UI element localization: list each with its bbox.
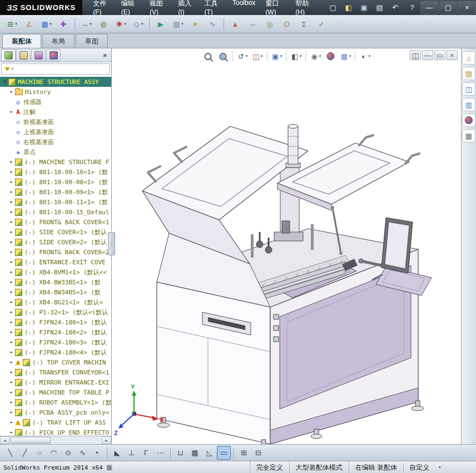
expand-caret-icon[interactable]: ►: [9, 390, 14, 395]
expand-caret-icon[interactable]: ►: [9, 400, 14, 405]
doc-restore-button[interactable]: ▭: [434, 50, 445, 60]
reference-geometry-button[interactable]: ◇▾: [130, 16, 146, 32]
3d-model[interactable]: X Y Z: [112, 48, 461, 444]
tree-item[interactable]: ►(-) ROBOT ASEMBLY<1> (默: [0, 397, 111, 407]
tangent-arc-button[interactable]: ◠: [47, 446, 61, 460]
polygon-button[interactable]: ◺: [202, 446, 216, 460]
tree-item[interactable]: ►(-) 801-10-00-08<1> (默: [0, 177, 111, 187]
scroll-right-button[interactable]: ►: [102, 436, 111, 444]
expand-caret-icon[interactable]: ►: [9, 90, 14, 94]
scroll-thumb[interactable]: [11, 437, 51, 444]
filter-input[interactable]: [14, 64, 110, 74]
expand-caret-icon[interactable]: ►: [9, 270, 14, 274]
mass-properties-button[interactable]: Σ: [296, 16, 313, 32]
expand-panel-button[interactable]: »: [100, 51, 110, 59]
minimize-window-button[interactable]: —: [420, 1, 438, 14]
display-relations-button[interactable]: ⊟: [251, 446, 265, 460]
mate-button[interactable]: ∠: [21, 16, 37, 32]
tree-item[interactable]: ►(-) XB4-BW33B5<1> (默: [0, 277, 111, 287]
tree-item[interactable]: ►(-) MACHINE STRUCTURE F: [0, 157, 111, 167]
tree-item[interactable]: ►(-) ENTRANCE-EXIT COVE: [0, 257, 111, 267]
tree-item[interactable]: ►(-) SIDE COVER<1> (默认: [0, 227, 111, 237]
tree-item[interactable]: ►(-) P1-32<1> (默认<(默认: [0, 307, 111, 317]
signal-tower[interactable]: [286, 125, 300, 168]
tree-item[interactable]: ►(-) PCBA ASSY_pcb only<: [0, 407, 111, 417]
previous-view-button[interactable]: ↺▾: [235, 50, 250, 63]
maximize-window-button[interactable]: ▢: [439, 1, 457, 14]
show-hidden-components-button[interactable]: ◍: [95, 16, 112, 32]
view-palette-button[interactable]: ▥: [462, 98, 475, 111]
tree-item[interactable]: ►(-) TOP COVER MACHIN: [0, 357, 111, 367]
panel-splitter[interactable]: ⋮: [108, 232, 115, 255]
expand-caret-icon[interactable]: ►: [9, 370, 14, 375]
centerline-button[interactable]: ╱: [18, 446, 32, 460]
tree-item[interactable]: ◇上视基准面: [0, 127, 111, 137]
configurationmanager-tab[interactable]: [31, 49, 46, 61]
performance-evaluation-button[interactable]: ✓: [313, 16, 330, 32]
expand-caret-icon[interactable]: ►: [9, 310, 14, 314]
tree-item[interactable]: ◇右视基准面: [0, 137, 111, 147]
bill-of-materials-button[interactable]: ▤▾: [170, 16, 186, 32]
line-button[interactable]: ╲: [3, 446, 17, 460]
expand-caret-icon[interactable]: ►: [9, 260, 14, 264]
expand-caret-icon[interactable]: ►: [9, 110, 14, 114]
tree-item[interactable]: ►(-) MIRROR ENTRANCE-EXI: [0, 377, 111, 387]
circle-button[interactable]: ○: [32, 446, 46, 460]
expand-caret-icon[interactable]: ►: [9, 200, 14, 204]
zoom-to-fit-button[interactable]: [201, 50, 215, 63]
expand-caret-icon[interactable]: ►: [9, 180, 14, 184]
propertymanager-tab[interactable]: [16, 49, 31, 61]
zoom-to-area-button[interactable]: [216, 50, 230, 63]
tree-item[interactable]: ►History: [0, 87, 111, 97]
expand-caret-icon[interactable]: ►: [9, 230, 14, 234]
file-explorer-button[interactable]: ◫: [462, 82, 475, 96]
scroll-track[interactable]: [9, 436, 102, 444]
explode-line-sketch-button[interactable]: ∿: [204, 16, 221, 32]
exploded-view-button[interactable]: ✶: [187, 16, 204, 32]
expand-caret-icon[interactable]: ►: [9, 280, 14, 284]
expand-caret-icon[interactable]: ►: [9, 320, 14, 324]
expand-caret-icon[interactable]: ►: [9, 410, 14, 415]
close-window-button[interactable]: ×: [458, 1, 476, 14]
expand-caret-icon[interactable]: ►: [9, 170, 14, 174]
expand-caret-icon[interactable]: ►: [9, 290, 14, 294]
tree-item[interactable]: ►(-) 801-10-00-09<1> (默: [0, 187, 111, 197]
tree-item[interactable]: ►(-) XB4-BG21<1> (默认<: [0, 297, 111, 307]
tab-sketch[interactable]: 草图: [76, 34, 108, 48]
doc-close-button[interactable]: ×: [447, 50, 458, 60]
grid-snap-button[interactable]: ▦: [188, 446, 202, 460]
tree-item[interactable]: ►(-) 801-10-00-11<1> (默: [0, 197, 111, 207]
corner-rectangle-button[interactable]: ▭: [217, 446, 231, 460]
tree-item[interactable]: ►(-) FRONT& BACK COVER<1: [0, 217, 111, 227]
expand-caret-icon[interactable]: ►: [9, 160, 14, 164]
add-relation-button[interactable]: ⊞: [237, 446, 251, 460]
tree-item[interactable]: +原点: [0, 147, 111, 157]
hide-show-items-button[interactable]: ◉▾: [309, 50, 323, 63]
move-component-button[interactable]: ↔▾: [78, 16, 95, 32]
tree-item[interactable]: ►(-) 801-10-00-10<1> (默: [0, 167, 111, 177]
straight-slot-button[interactable]: ⊔: [173, 446, 187, 460]
scroll-left-button[interactable]: ◄: [0, 436, 9, 444]
tree-item[interactable]: ►(-) PICK UP END EFFECTO: [0, 427, 111, 436]
new-motion-study-button[interactable]: ▶: [152, 16, 169, 32]
tree-item[interactable]: ►(-) FJFN24-180<4> (默认: [0, 347, 111, 357]
tree-item[interactable]: ►(-) MACHINE TOP TABLE P: [0, 387, 111, 397]
construction-geometry-button[interactable]: ⋯: [153, 446, 167, 460]
section-view-button[interactable]: ◫▾: [250, 50, 265, 63]
tree-item[interactable]: ►(-) FJFN24-180<3> (默认: [0, 337, 111, 347]
sketch-fillet-button[interactable]: Γ: [139, 446, 153, 460]
expand-caret-icon[interactable]: ►: [9, 240, 14, 244]
expand-caret-icon[interactable]: ►: [9, 420, 14, 425]
measure-button[interactable]: ∅: [279, 16, 295, 32]
tree-item[interactable]: ►A注解: [0, 107, 111, 117]
print-document-button[interactable]: ▤▾: [374, 2, 388, 14]
expand-caret-icon[interactable]: ►: [9, 340, 14, 344]
clearance-verification-button[interactable]: ⇔: [244, 16, 261, 32]
view-orientation-button[interactable]: ▣▾: [270, 50, 284, 63]
tree-item[interactable]: ►(-) TRAY LIFT UP ASS: [0, 417, 111, 427]
mirror-entities-button[interactable]: ◣: [110, 446, 124, 460]
tree-item[interactable]: ►(-) FRONT& BACK COVER<2: [0, 247, 111, 257]
expand-caret-icon[interactable]: ►: [9, 250, 14, 254]
expand-caret-icon[interactable]: ►: [9, 380, 14, 385]
insert-components-button[interactable]: ⊞▾: [3, 16, 20, 32]
